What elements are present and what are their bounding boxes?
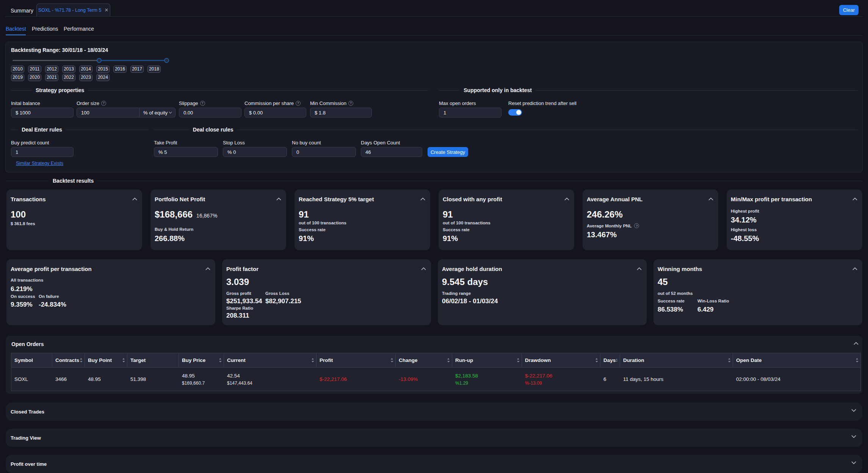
chevron-down-icon[interactable] — [851, 409, 856, 412]
col-duration[interactable]: Duration — [620, 353, 733, 367]
year-button[interactable]: 2014 — [79, 66, 92, 73]
transactions-fees: $ 361.8 fees — [11, 221, 35, 226]
help-icon: ? — [634, 223, 639, 228]
year-button[interactable]: 2017 — [130, 66, 144, 73]
year-button[interactable]: 2019 — [11, 74, 24, 81]
col-drawdown[interactable]: Drawdown — [522, 353, 600, 367]
min-commission-input[interactable]: $ 1.8 — [310, 108, 372, 117]
chevron-down-icon[interactable] — [851, 435, 856, 438]
year-button[interactable]: 2013 — [62, 66, 75, 73]
year-button[interactable]: 2011 — [28, 66, 41, 73]
reset-trend-toggle[interactable] — [508, 109, 522, 116]
card-average-hold: Average hold duration 9.545 days Trading… — [438, 259, 647, 325]
col-buy-price[interactable]: Buy Price — [179, 353, 224, 367]
chevron-up-icon[interactable] — [637, 267, 642, 270]
col-runup[interactable]: Run-up — [452, 353, 522, 367]
backtest-settings-panel: Backtesting Range: 30/01/18 - 18/03/24 2… — [5, 42, 863, 172]
chevron-up-icon[interactable] — [852, 197, 857, 200]
max-open-orders-input[interactable]: 1 — [439, 108, 501, 117]
closed-value: 91 — [443, 209, 453, 220]
cell-runup: $2,183.58%1.29 — [452, 368, 522, 391]
chevron-down-icon[interactable] — [851, 461, 856, 464]
year-button[interactable]: 2022 — [62, 74, 75, 81]
buy-predict-count-input[interactable]: 1 — [11, 147, 74, 157]
help-icon: ? — [296, 101, 301, 106]
slippage-input[interactable]: 0.00 — [179, 108, 241, 117]
help-icon: ? — [200, 101, 205, 106]
success-rate-label: Success rate — [443, 227, 470, 232]
year-button[interactable]: 2024 — [96, 74, 110, 81]
take-profit-input[interactable]: % 5 — [154, 147, 218, 157]
tab-bar: Summary SOXL - %71.78 - Long Term 5 ✕ Cl… — [0, 0, 868, 17]
tab-predictions[interactable]: Predictions — [32, 26, 58, 32]
col-days[interactable]: Days — [600, 353, 620, 367]
card-transactions: Transactions 100 $ 361.8 fees — [6, 190, 142, 250]
order-size-unit-select[interactable]: % of equity — [139, 108, 175, 117]
year-button[interactable]: 2016 — [113, 66, 127, 73]
slider-handle-start[interactable] — [97, 58, 102, 63]
max-open-orders-field: Max open orders 1 — [439, 100, 501, 117]
date-range-slider[interactable] — [13, 58, 167, 63]
col-open-date[interactable]: Open Date — [733, 353, 860, 367]
col-change[interactable]: Change — [396, 353, 452, 367]
stop-loss-input[interactable]: % 0 — [223, 147, 287, 157]
commission-label: Commission per share ? — [244, 100, 306, 106]
chevron-up-icon[interactable] — [564, 197, 569, 200]
chevron-up-icon[interactable] — [708, 197, 713, 200]
chevron-up-icon[interactable] — [205, 267, 210, 270]
chevron-up-icon[interactable] — [852, 267, 857, 270]
initial-balance-input[interactable]: $ 1000 — [11, 108, 74, 117]
cell-symbol: SOXL — [11, 368, 52, 391]
col-profit[interactable]: Profit — [316, 353, 396, 367]
year-button[interactable]: 2023 — [79, 74, 92, 81]
chevron-up-icon[interactable] — [854, 342, 859, 345]
year-button[interactable]: 2020 — [28, 74, 41, 81]
no-buy-count-input[interactable]: 0 — [292, 147, 356, 157]
order-size-input[interactable]: 100 — [77, 108, 139, 117]
commission-input[interactable]: $ 0.00 — [244, 108, 306, 117]
trading-range-value: 06/02/18 - 01/03/24 — [442, 298, 498, 305]
success-rate-label: Success rate — [299, 227, 326, 232]
tab-summary[interactable]: Summary — [11, 8, 33, 14]
chevron-up-icon[interactable] — [421, 267, 426, 270]
slippage-field: Slippage ? 0.00 — [179, 100, 241, 117]
year-button[interactable]: 2021 — [45, 74, 58, 81]
tab-backtest[interactable]: Backtest — [6, 26, 26, 32]
section-deal-enter: Deal Enter rules — [11, 126, 149, 133]
col-current[interactable]: Current — [224, 353, 316, 367]
year-button[interactable]: 2010 — [11, 66, 24, 73]
year-button[interactable]: 2015 — [96, 66, 110, 73]
buy-predict-count-label: Buy predict count — [11, 139, 74, 146]
days-open-count-input[interactable]: 46 — [361, 147, 422, 157]
table-row: SOXL 3466 48.95 51.398 48.95$169,660.7 4… — [11, 367, 860, 391]
card-title: Transactions — [11, 196, 46, 202]
chevron-up-icon[interactable] — [276, 197, 281, 200]
chevron-up-icon[interactable] — [420, 197, 425, 200]
tab-strategy-active[interactable]: SOXL - %71.78 - Long Term 5 ✕ — [36, 3, 110, 17]
highest-loss-label: Highest loss — [731, 227, 757, 232]
trading-view-section[interactable]: Trading View — [6, 429, 862, 447]
year-button[interactable]: 2018 — [147, 66, 161, 73]
stop-loss-field: Stop Loss % 0 — [223, 139, 287, 157]
slider-handle-end[interactable] — [164, 58, 169, 63]
cell-duration: 11 days, 15 hours — [620, 368, 733, 391]
annual-pnl-value: 246.26% — [587, 209, 623, 220]
col-buy-point[interactable]: Buy Point — [85, 353, 127, 367]
card-title: Min/Max profit per transaction — [731, 196, 812, 202]
tab-performance[interactable]: Performance — [64, 26, 94, 32]
monthly-pnl-value: 13.467% — [587, 230, 617, 239]
similar-strategy-link[interactable]: Similar Strategy Exists — [16, 161, 63, 166]
closed-trades-section[interactable]: Closed Trades — [6, 403, 862, 421]
buy-hold-value: 266.88% — [155, 234, 185, 243]
profit-over-time-section[interactable]: Profit over time — [6, 455, 862, 473]
chevron-up-icon[interactable] — [132, 197, 137, 200]
success-rate-label: Success rate — [658, 299, 685, 303]
gross-profit-value: $251,933.54 — [226, 298, 262, 305]
col-contracts[interactable]: Contracts — [52, 353, 85, 367]
clear-button[interactable]: Clear — [839, 5, 859, 15]
net-profit-pct: 16,867% — [196, 213, 217, 219]
create-strategy-button[interactable]: Create Strategy — [428, 147, 468, 157]
card-portfolio-net-profit: Portfolio Net Profit $168,666 16,867% Bu… — [150, 190, 286, 250]
close-icon[interactable]: ✕ — [104, 8, 108, 13]
year-button[interactable]: 2012 — [45, 66, 58, 73]
